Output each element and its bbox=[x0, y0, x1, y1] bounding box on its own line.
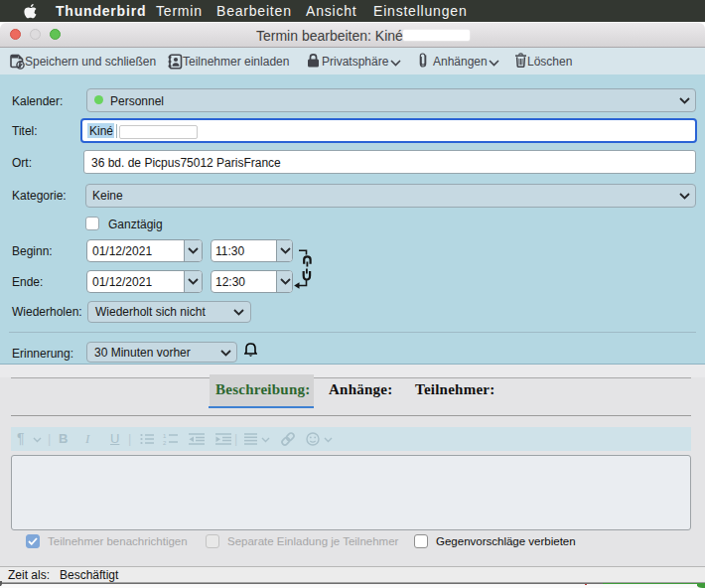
svg-text:1: 1 bbox=[163, 433, 167, 439]
svg-text:2: 2 bbox=[163, 440, 167, 446]
